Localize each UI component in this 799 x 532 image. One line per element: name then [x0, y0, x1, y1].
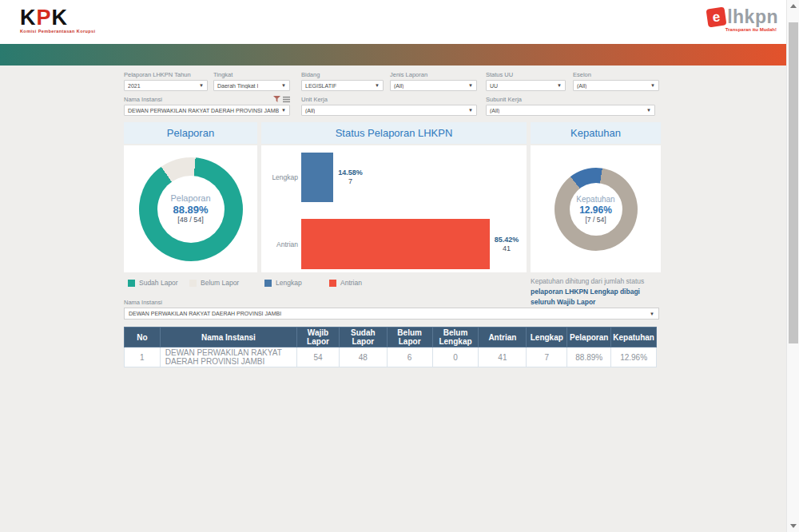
filter-status-uu: Status UU UU▼: [486, 71, 566, 91]
cell-sudah-lapor: 48: [339, 347, 387, 367]
chevron-down-icon: ▼: [281, 108, 286, 113]
status-uu-select[interactable]: UU▼: [486, 80, 566, 91]
bar-value-labels: 85.42% 41: [495, 236, 519, 253]
filter-label: Eselon: [573, 71, 591, 78]
legend-swatch: [329, 280, 336, 287]
kpk-logo-text: KPK: [20, 7, 95, 28]
pelaporan-donut-chart[interactable]: Pelaporan 88.89% [48 / 54]: [139, 157, 243, 261]
elhkpn-tagline: Transparan itu Mudah!: [707, 27, 777, 32]
kpk-logo: KPK Komisi Pemberantasan Korupsi: [20, 7, 95, 34]
chevron-down-icon: ▼: [557, 83, 562, 88]
antrian-bar[interactable]: [301, 219, 490, 269]
filter-label: Unit Kerja: [301, 96, 328, 103]
chevron-down-icon: ▼: [646, 108, 651, 113]
cell-pelaporan: 88.89%: [567, 347, 611, 367]
status-pelaporan-panel: Status Pelaporan LHKPN Lengkap 14.58% 7 …: [261, 122, 527, 272]
table-row[interactable]: 1 DEWAN PERWAKILAN RAKYAT DAERAH PROVINS…: [125, 347, 657, 367]
scrollbar[interactable]: [786, 0, 799, 532]
elhkpn-logo: e lhkpn Transparan itu Mudah!: [707, 7, 778, 32]
col-nama-instansi: Nama Instansi: [160, 328, 296, 347]
col-lengkap: Lengkap: [527, 328, 567, 347]
cell-belum-lengkap: 0: [432, 347, 479, 367]
donut-center-label: Kepatuhan: [576, 195, 614, 204]
cell-belum-lapor: 6: [387, 347, 432, 367]
chevron-down-icon: ▼: [375, 83, 380, 88]
donut-center-value: 88.89%: [173, 204, 208, 216]
filter-pelaporan-tahun: Pelaporan LHKPN Tahun 2021▼: [124, 71, 208, 91]
filter-eselon: Eselon (All)▼: [573, 71, 659, 91]
legend-sudah-lapor[interactable]: Sudah Lapor: [128, 279, 178, 287]
bar-row-lengkap: Lengkap 14.58% 7: [261, 153, 527, 202]
unit-kerja-select[interactable]: (All)▼: [301, 105, 477, 116]
legend-label: Lengkap: [276, 279, 302, 287]
filter-unit-kerja: Unit Kerja (All)▼: [301, 96, 477, 116]
cell-antrian: 41: [479, 347, 527, 367]
filter-label: Bidang: [301, 71, 320, 78]
kepatuhan-panel-title: Kepatuhan: [531, 122, 661, 144]
kepatuhan-note: Kepatuhan dihitung dari jumlah status pe…: [531, 276, 663, 308]
scrollbar-thumb[interactable]: [789, 22, 798, 343]
kepatuhan-donut-chart[interactable]: Kepatuhan 12.96% [7 / 54]: [555, 168, 638, 251]
filter-label: Subunit Kerja: [486, 96, 522, 103]
tingkat-select[interactable]: Daerah Tingkat I▼: [213, 80, 290, 91]
cell-kepatuhan: 12.96%: [611, 347, 657, 367]
bar-category-label: Lengkap: [261, 153, 301, 202]
filter-funnel-icon[interactable]: [273, 96, 280, 103]
legend-label: Belum Lapor: [201, 279, 239, 287]
table-header-row: No Nama Instansi Wajib Lapor Sudah Lapor…: [125, 328, 657, 347]
donut-center-detail: [48 / 54]: [177, 216, 204, 224]
pelaporan-panel: Pelaporan Pelaporan 88.89% [48 / 54]: [124, 122, 257, 272]
cell-lengkap: 7: [527, 347, 567, 367]
list-icon[interactable]: [283, 96, 290, 103]
kpk-tagline: Komisi Pemberantasan Korupsi: [20, 29, 95, 34]
donut-center-detail: [7 / 54]: [586, 216, 606, 224]
elhkpn-e-badge: e: [706, 6, 727, 27]
filter-bidang: Bidang LEGISLATIF▼: [301, 71, 384, 91]
chevron-down-icon: ▼: [650, 83, 655, 88]
legend-swatch: [264, 280, 272, 287]
filter-label: Status UU: [486, 71, 513, 78]
legend-label: Antrian: [340, 279, 362, 287]
jenis-laporan-select[interactable]: (All)▼: [390, 80, 477, 91]
col-belum-lapor: Belum Lapor: [387, 328, 432, 347]
col-sudah-lapor: Sudah Lapor: [339, 328, 387, 347]
chevron-down-icon: ▼: [281, 83, 286, 88]
instansi-picker-select[interactable]: DEWAN PERWAKILAN RAKYAT DAERAH PROVINSI …: [124, 308, 659, 320]
bidang-select[interactable]: LEGISLATIF▼: [301, 80, 384, 91]
legend-belum-lapor[interactable]: Belum Lapor: [189, 279, 239, 287]
bar-category-label: Antrian: [261, 219, 301, 269]
filter-jenis-laporan: Jenis Laporan (All)▼: [390, 71, 477, 91]
legend-swatch: [189, 280, 197, 287]
bar-row-antrian: Antrian 85.42% 41: [261, 219, 527, 269]
filter-tingkat: Tingkat Daerah Tingkat I▼: [213, 71, 290, 91]
eselon-select[interactable]: (All)▼: [573, 80, 659, 91]
cell-no: 1: [125, 347, 161, 367]
chevron-down-icon: ▼: [199, 83, 204, 88]
cell-nama-instansi: DEWAN PERWAKILAN RAKYAT DAERAH PROVINSI …: [160, 347, 296, 367]
donut-center-value: 12.96%: [579, 204, 612, 216]
tahun-select[interactable]: 2021▼: [124, 80, 208, 91]
filter-label: Jenis Laporan: [390, 71, 427, 78]
lengkap-bar[interactable]: [301, 153, 333, 202]
donut-center-label: Pelaporan: [170, 193, 210, 204]
donut-center: Pelaporan 88.89% [48 / 54]: [157, 176, 225, 243]
summary-table: No Nama Instansi Wajib Lapor Sudah Lapor…: [124, 327, 657, 367]
kepatuhan-panel: Kepatuhan Kepatuhan 12.96% [7 / 54]: [531, 122, 661, 272]
legend-label: Sudah Lapor: [139, 279, 178, 287]
bar-value-labels: 14.58% 7: [338, 169, 363, 186]
status-panel-title: Status Pelaporan LHKPN: [261, 122, 527, 144]
filter-label: Tingkat: [213, 71, 233, 78]
elhkpn-dashboard: KPK Komisi Pemberantasan Korupsi e lhkpn…: [0, 0, 799, 532]
elhkpn-logo-text: lhkpn: [727, 7, 778, 26]
legend-antrian[interactable]: Antrian: [329, 279, 362, 287]
legend-lengkap[interactable]: Lengkap: [264, 279, 302, 287]
col-wajib-lapor: Wajib Lapor: [297, 328, 340, 347]
scroll-up-arrow-icon[interactable]: [790, 4, 797, 8]
nama-instansi-select[interactable]: DEWAN PERWAKILAN RAKYAT DAERAH PROVINSI …: [124, 105, 290, 116]
subunit-kerja-select[interactable]: (All)▼: [486, 105, 655, 116]
pelaporan-panel-title: Pelaporan: [124, 122, 257, 144]
filter-label: Pelaporan LHKPN Tahun: [124, 71, 191, 78]
scroll-down-arrow-icon[interactable]: [790, 524, 797, 528]
col-antrian: Antrian: [479, 328, 527, 347]
col-kepatuhan: Kepatuhan: [611, 328, 657, 347]
